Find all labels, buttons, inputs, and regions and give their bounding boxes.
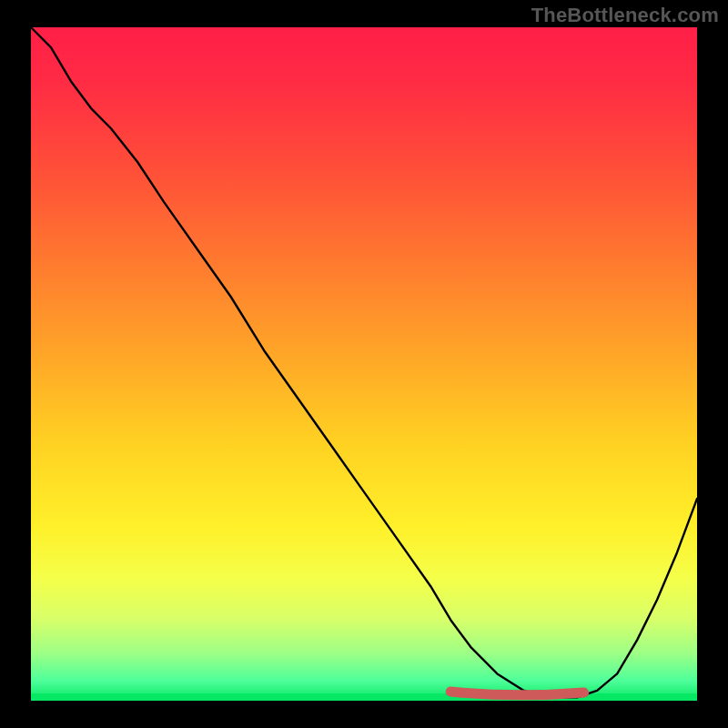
watermark-text: TheBottleneck.com <box>531 4 719 27</box>
bottleneck-curve <box>31 27 697 697</box>
plot-frame <box>31 27 697 701</box>
chart-container: TheBottleneck.com <box>0 0 728 728</box>
optimal-range-marker <box>450 692 583 695</box>
chart-svg <box>31 27 697 701</box>
plot-area <box>31 27 697 701</box>
